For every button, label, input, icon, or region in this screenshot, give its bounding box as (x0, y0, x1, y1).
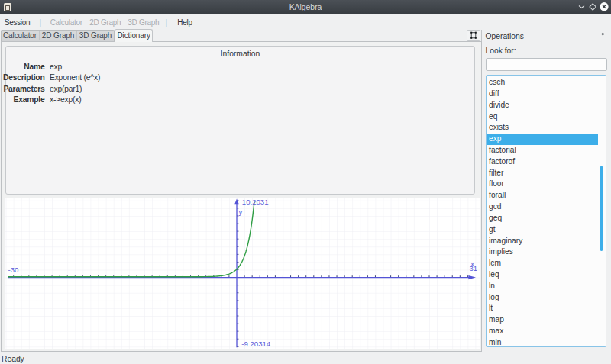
svg-text:-30: -30 (8, 266, 19, 274)
svg-text:10.2031: 10.2031 (242, 198, 269, 206)
svg-text:y: y (238, 208, 242, 216)
svg-text:-9.20314: -9.20314 (241, 339, 271, 347)
svg-text:31: 31 (470, 264, 477, 272)
